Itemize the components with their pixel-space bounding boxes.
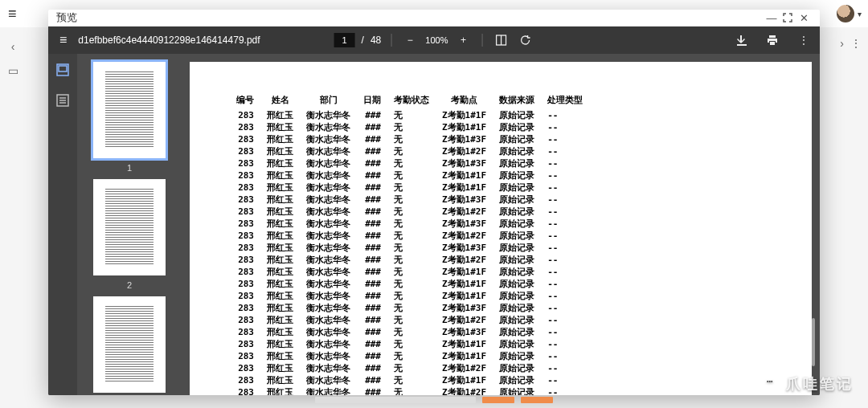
table-row: 283邢红玉衡水志华冬###无Z考勤1#1F原始记录--	[230, 169, 589, 182]
thumbnail-strip: 123	[77, 54, 182, 395]
more-vertical-icon[interactable]: ⋮	[850, 37, 862, 50]
download-icon[interactable]	[733, 31, 751, 49]
column-header: 日期	[357, 94, 387, 109]
column-header: 考勤状态	[387, 94, 436, 109]
table-row: 283邢红玉衡水志华冬###无Z考勤1#1F原始记录--	[230, 121, 589, 133]
table-row: 283邢红玉衡水志华冬###无Z考勤1#1F原始记录--	[230, 374, 589, 386]
column-header: 部门	[300, 94, 357, 109]
column-header: 处理类型	[541, 94, 589, 109]
column-header: 数据来源	[493, 94, 541, 109]
scrollbar-indicator[interactable]	[812, 318, 815, 366]
thumbnail-number: 1	[127, 163, 132, 173]
user-menu[interactable]: ▾	[837, 5, 862, 22]
table-row: 283邢红玉衡水志华冬###无Z考勤1#3F原始记录--	[230, 194, 589, 206]
print-icon[interactable]	[764, 31, 781, 49]
rotate-icon[interactable]	[516, 31, 534, 49]
table-row: 283邢红玉衡水志华冬###无Z考勤1#1F原始记录--	[230, 182, 589, 194]
table-row: 283邢红玉衡水志华冬###无Z考勤1#2F原始记录--	[230, 362, 589, 374]
zoom-out-button[interactable]: −	[401, 31, 419, 49]
browser-nav: ‹ ▭	[0, 37, 26, 77]
table-row: 283邢红玉衡水志华冬###无Z考勤1#2F原始记录--	[230, 206, 589, 218]
zoom-in-button[interactable]: +	[454, 31, 472, 49]
page-area[interactable]: 编号姓名部门日期考勤状态考勤点数据来源处理类型 283邢红玉衡水志华冬###无Z…	[182, 54, 820, 395]
zoom-level: 100%	[425, 35, 448, 45]
table-row: 283邢红玉衡水志华冬###无Z考勤1#3F原始记录--	[230, 157, 589, 169]
more-icon[interactable]: ⋮	[794, 31, 812, 49]
thumbnail-page-1[interactable]	[93, 62, 166, 158]
page-separator: /	[362, 35, 364, 46]
avatar-icon	[837, 5, 854, 22]
minimize-button[interactable]: —	[764, 10, 780, 26]
attendance-table: 编号姓名部门日期考勤状态考勤点数据来源处理类型 283邢红玉衡水志华冬###无Z…	[230, 94, 589, 395]
page-total: 48	[371, 35, 381, 46]
back-icon[interactable]: ‹	[11, 40, 15, 53]
table-row: 283邢红玉衡水志华冬###无Z考勤1#1F原始记录--	[230, 266, 589, 278]
outline-tab-icon[interactable]	[56, 94, 69, 110]
table-row: 283邢红玉衡水志华冬###无Z考勤1#2F原始记录--	[230, 386, 589, 395]
table-row: 283邢红玉衡水志华冬###无Z考勤1#3F原始记录--	[230, 326, 589, 338]
column-header: 姓名	[260, 94, 300, 109]
table-row: 283邢红玉衡水志华冬###无Z考勤1#3F原始记录--	[230, 133, 589, 145]
table-row: 283邢红玉衡水志华冬###无Z考勤1#3F原始记录--	[230, 302, 589, 314]
table-row: 283邢红玉衡水志华冬###无Z考勤1#1F原始记录--	[230, 109, 589, 121]
table-row: 283邢红玉衡水志华冬###无Z考勤1#1F原始记录--	[230, 278, 589, 290]
column-header: 编号	[230, 94, 260, 109]
table-row: 283邢红玉衡水志华冬###无Z考勤1#3F原始记录--	[230, 218, 589, 230]
thumbnail-page-3[interactable]	[93, 296, 166, 393]
table-row: 283邢红玉衡水志华冬###无Z考勤1#2F原始记录--	[230, 230, 589, 242]
sidebar-toggle-icon[interactable]: ≡	[59, 33, 67, 47]
page-input[interactable]: 1	[334, 33, 355, 47]
fit-page-icon[interactable]	[492, 31, 510, 49]
pdf-page: 编号姓名部门日期考勤状态考勤点数据来源处理类型 283邢红玉衡水志华冬###无Z…	[190, 62, 812, 395]
close-button[interactable]: ✕	[796, 10, 812, 26]
table-row: 283邢红玉衡水志华冬###无Z考勤1#1F原始记录--	[230, 350, 589, 362]
table-row: 283邢红玉衡水志华冬###无Z考勤1#2F原始记录--	[230, 145, 589, 157]
modal-titlebar: 预览 — ✕	[48, 10, 820, 27]
table-row: 283邢红玉衡水志华冬###无Z考勤1#3F原始记录--	[230, 242, 589, 254]
table-row: 283邢红玉衡水志华冬###无Z考勤1#2F原始记录--	[230, 254, 589, 266]
table-row: 283邢红玉衡水志华冬###无Z考勤1#2F原始记录--	[230, 314, 589, 326]
thumbnail-number: 2	[127, 280, 132, 290]
preview-modal: 预览 — ✕ ≡ d1efbbef6c4e4440912298e14641447…	[48, 10, 820, 395]
forward-icon[interactable]: ›	[840, 37, 844, 50]
svg-rect-2	[59, 66, 67, 71]
thumbnail-page-2[interactable]	[93, 179, 166, 275]
fullscreen-button[interactable]	[780, 10, 796, 26]
table-row: 283邢红玉衡水志华冬###无Z考勤1#1F原始记录--	[230, 290, 589, 302]
pdf-toolbar: ≡ d1efbbef6c4e4440912298e146414479.pdf 1…	[48, 27, 820, 54]
file-name: d1efbbef6c4e4440912298e146414479.pdf	[78, 35, 260, 46]
menu-icon[interactable]: ≡	[8, 6, 17, 22]
thumbnails-tab-icon[interactable]	[56, 63, 69, 80]
tab-icon[interactable]: ▭	[8, 64, 18, 77]
modal-title: 预览	[56, 10, 77, 25]
viewer-sidebar	[48, 54, 77, 395]
column-header: 考勤点	[436, 94, 493, 109]
pdf-viewer: ≡ d1efbbef6c4e4440912298e146414479.pdf 1…	[48, 27, 820, 395]
table-row: 283邢红玉衡水志华冬###无Z考勤1#1F原始记录--	[230, 338, 589, 350]
caret-down-icon: ▾	[858, 10, 862, 18]
footer-strip	[48, 397, 820, 402]
table-header-row: 编号姓名部门日期考勤状态考勤点数据来源处理类型	[230, 94, 589, 109]
